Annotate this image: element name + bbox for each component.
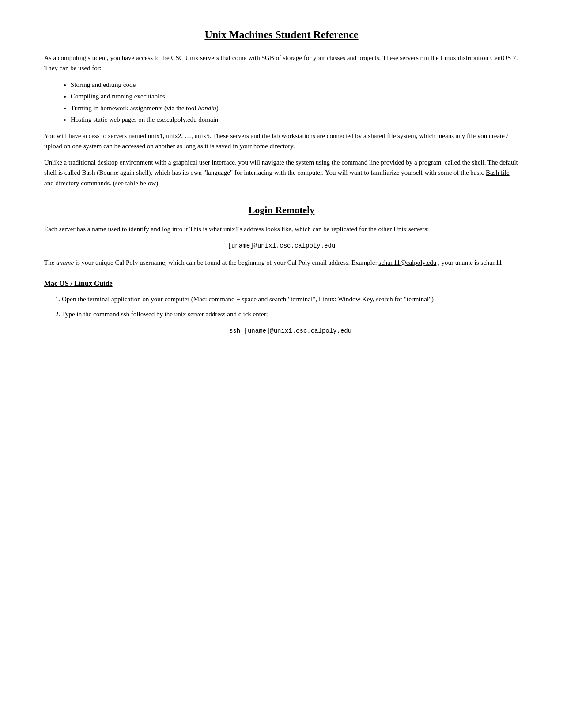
login-address-code: [uname]@unix1.csc.calpoly.edu xyxy=(44,241,519,251)
list-item: Type in the command ssh followed by the … xyxy=(62,309,519,336)
macos-steps-list: Open the terminal application on your co… xyxy=(62,294,519,336)
handin-italic: handin xyxy=(198,105,216,112)
list-item: Turning in homework assignments (via the… xyxy=(71,103,519,113)
features-list: Storing and editing code Compiling and r… xyxy=(71,80,519,125)
login-intro: Each server has a name used to identify … xyxy=(44,224,519,234)
intro-paragraph: As a computing student, you have access … xyxy=(44,53,519,74)
page-title: Unix Machines Student Reference xyxy=(44,26,519,42)
shell-paragraph: Unlike a traditional desktop environment… xyxy=(44,158,519,188)
macos-section-title: Mac OS / Linux Guide xyxy=(44,278,519,289)
uname-paragraph: The uname is your unique Cal Poly userna… xyxy=(44,258,519,268)
email-link[interactable]: schan11@calpoly.edu xyxy=(378,259,436,266)
list-item: Compiling and running executables xyxy=(71,91,519,101)
shared-fs-paragraph: You will have access to servers named un… xyxy=(44,131,519,152)
list-item: Open the terminal application on your co… xyxy=(62,294,519,304)
uname-italic: uname xyxy=(56,259,74,266)
list-item: Hosting static web pages on the csc.calp… xyxy=(71,115,519,125)
list-item: Storing and editing code xyxy=(71,80,519,90)
ssh-command-code: ssh [uname]@unix1.csc.calpoly.edu xyxy=(62,326,519,336)
login-section-title: Login Remotely xyxy=(44,203,519,217)
